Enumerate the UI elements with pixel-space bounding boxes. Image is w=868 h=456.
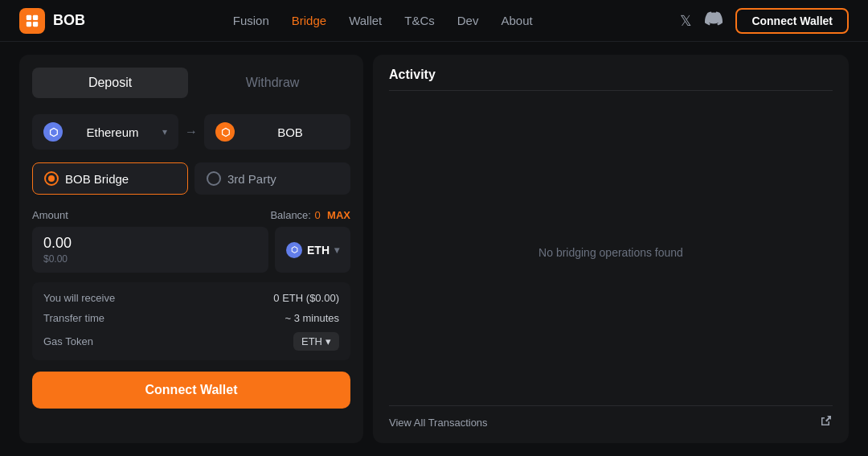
view-all-row: View All Transactions (389, 405, 833, 430)
discord-icon[interactable] (705, 10, 723, 31)
bob-bridge-label: BOB Bridge (65, 172, 129, 186)
radio-selected-icon (44, 171, 59, 186)
connect-wallet-main-button[interactable]: Connect Wallet (32, 372, 350, 409)
max-button[interactable]: MAX (327, 209, 350, 221)
logo-area: BOB (19, 8, 85, 34)
chevron-down-icon: ▾ (162, 126, 167, 138)
ethereum-icon: ⬡ (43, 122, 63, 142)
view-all-transactions-link[interactable]: View All Transactions (389, 417, 488, 429)
amount-input[interactable] (43, 235, 257, 252)
brand-name: BOB (53, 12, 85, 29)
bob-bridge-option[interactable]: BOB Bridge (32, 162, 188, 195)
amount-usd: $0.00 (43, 253, 257, 265)
amount-header: Amount Balance: 0 MAX (32, 207, 350, 222)
amount-input-box: $0.00 (32, 227, 268, 273)
gas-token-selector[interactable]: ETH ▾ (293, 332, 339, 351)
balance-info: Balance: 0 MAX (270, 207, 350, 222)
svg-rect-0 (27, 14, 31, 19)
nav-right: 𝕏 Connect Wallet (680, 8, 849, 34)
gas-token-chevron-icon: ▾ (326, 335, 331, 347)
radio-unselected-icon (207, 171, 221, 186)
receive-label: You will receive (43, 292, 115, 304)
connect-wallet-button-nav[interactable]: Connect Wallet (735, 8, 849, 34)
transfer-time-row: Transfer time ~ 3 minutes (43, 312, 339, 324)
balance-value: 0 (314, 209, 320, 221)
svg-rect-3 (33, 21, 38, 26)
withdraw-tab[interactable]: Withdraw (194, 68, 350, 98)
svg-rect-2 (27, 21, 31, 26)
x-twitter-icon[interactable]: 𝕏 (680, 12, 692, 30)
bob-chain-icon: ⬡ (215, 122, 235, 142)
gas-token-row: Gas Token ETH ▾ (43, 332, 339, 351)
external-link-icon[interactable] (820, 414, 833, 430)
details-box: You will receive 0 ETH ($0.00) Transfer … (32, 282, 350, 360)
transfer-time-label: Transfer time (43, 312, 104, 324)
third-party-option[interactable]: 3rd Party (194, 162, 350, 195)
from-to-row: ⬡ Ethereum ▾ → ⬡ BOB (32, 114, 350, 150)
deposit-tab[interactable]: Deposit (32, 68, 188, 98)
token-chevron-icon: ▾ (334, 244, 339, 256)
nav-links: Fusion Bridge Wallet T&Cs Dev About (233, 14, 533, 27)
amount-label: Amount (32, 209, 68, 221)
to-chain-label: BOB (241, 125, 339, 139)
nav-tcs[interactable]: T&Cs (404, 14, 435, 27)
bridge-options: BOB Bridge 3rd Party (32, 162, 350, 195)
nav-dev[interactable]: Dev (457, 14, 479, 27)
empty-message: No bridging operations found (538, 246, 683, 259)
gas-token-label: Gas Token (43, 335, 93, 347)
navbar: BOB Fusion Bridge Wallet T&Cs Dev About … (0, 0, 868, 42)
nav-wallet[interactable]: Wallet (349, 14, 382, 27)
arrow-right-icon: → (185, 125, 198, 139)
third-party-label: 3rd Party (227, 172, 276, 186)
main-content: Deposit Withdraw ⬡ Ethereum ▾ → ⬡ BOB BO… (0, 42, 868, 456)
nav-about[interactable]: About (501, 14, 532, 27)
receive-row: You will receive 0 ETH ($0.00) (43, 292, 339, 304)
bridge-panel: Deposit Withdraw ⬡ Ethereum ▾ → ⬡ BOB BO… (19, 55, 363, 443)
eth-token-icon: ⬡ (286, 242, 302, 258)
token-label: ETH (307, 244, 330, 257)
bob-logo-icon (19, 8, 45, 34)
from-chain-selector[interactable]: ⬡ Ethereum ▾ (32, 114, 178, 150)
activity-empty-state: No bridging operations found (389, 99, 833, 405)
activity-panel: Activity No bridging operations found Vi… (373, 55, 849, 443)
token-selector[interactable]: ⬡ ETH ▾ (275, 227, 350, 273)
activity-title: Activity (389, 68, 833, 82)
nav-fusion[interactable]: Fusion (233, 14, 269, 27)
transfer-time-value: ~ 3 minutes (285, 312, 339, 324)
amount-input-row: $0.00 ⬡ ETH ▾ (32, 227, 350, 273)
receive-value: 0 ETH ($0.00) (273, 292, 339, 304)
from-chain-label: Ethereum (69, 125, 156, 139)
nav-bridge[interactable]: Bridge (292, 14, 326, 27)
to-chain-selector[interactable]: ⬡ BOB (204, 114, 350, 150)
svg-rect-1 (33, 14, 38, 19)
tab-row: Deposit Withdraw (32, 68, 350, 98)
gas-token-value: ETH (301, 335, 322, 347)
activity-divider (389, 90, 833, 91)
balance-label: Balance: (270, 209, 311, 221)
